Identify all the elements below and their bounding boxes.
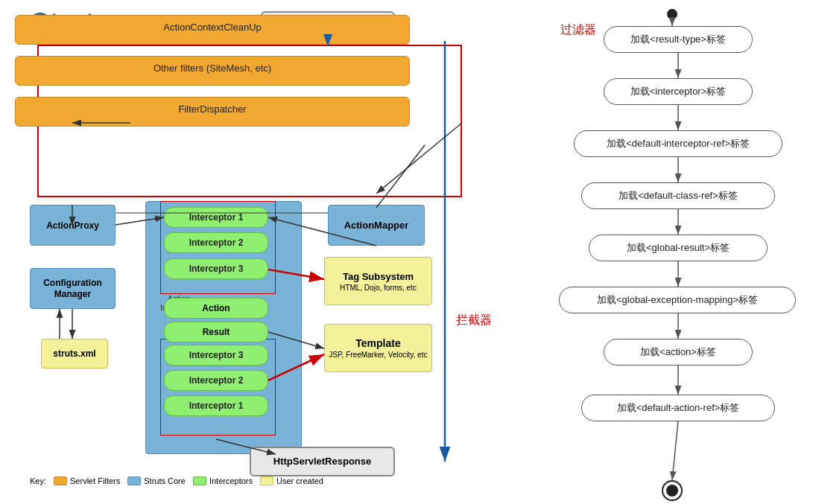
legend-user-label: User created bbox=[276, 476, 323, 485]
http-response-box: HttpServletResponse bbox=[250, 447, 395, 476]
actionmapper-box: ActionMapper bbox=[328, 205, 425, 246]
interceptor3-top: Interceptor 3 bbox=[164, 258, 268, 279]
legend-servlet: Servlet Filters bbox=[54, 476, 120, 485]
legend: Key: Servlet Filters Struts Core Interce… bbox=[30, 476, 323, 485]
legend-user: User created bbox=[260, 476, 323, 485]
flow-node-7: 加载<action>标签 bbox=[604, 339, 753, 366]
actionproxy-box: ActionProxy bbox=[30, 205, 116, 246]
flow-node-8: 加载<default-action-ref>标签 bbox=[581, 395, 775, 421]
action-bar: Action bbox=[164, 298, 268, 319]
interceptor-label: 拦截器 bbox=[456, 313, 492, 328]
legend-interceptors-label: Interceptors bbox=[209, 476, 253, 485]
interceptor3-bottom: Interceptor 3 bbox=[164, 345, 268, 366]
interceptor2-top: Interceptor 2 bbox=[164, 232, 268, 253]
flow-end bbox=[662, 480, 683, 501]
flow-node-1: 加载<result-type>标签 bbox=[604, 26, 753, 53]
tag-subsystem-box: Tag Subsystem HTML, Dojo, forms, etc bbox=[324, 257, 432, 305]
actioncontext-bar: ActionContextCleanUp bbox=[15, 15, 410, 45]
interceptor1-bottom: Interceptor 1 bbox=[164, 395, 268, 416]
otherfilters-bar: Other filters (SiteMesh, etc) bbox=[15, 56, 410, 86]
config-manager-box: ConfigurationManager bbox=[30, 268, 116, 309]
interceptor2-bottom: Interceptor 2 bbox=[164, 370, 268, 391]
flow-node-6: 加载<global-exception-mapping>标签 bbox=[559, 287, 796, 313]
result-bar: Result bbox=[164, 322, 268, 342]
flow-container: 加载<result-type>标签 加载<interceptor>标签 加载<d… bbox=[544, 0, 813, 504]
legend-struts: Struts Core bbox=[127, 476, 186, 485]
key-label: Key: bbox=[30, 476, 46, 485]
filterdispatcher-bar: FilterDispatcher bbox=[15, 97, 410, 127]
left-diagram: Struts HttpServletRequest 过滤器 ActionCont… bbox=[0, 0, 537, 504]
right-diagram: 加载<result-type>标签 加载<interceptor>标签 加载<d… bbox=[544, 0, 813, 504]
svg-line-30 bbox=[672, 421, 678, 480]
flow-node-4: 加载<default-class-ref>标签 bbox=[581, 182, 775, 209]
flow-node-2: 加载<interceptor>标签 bbox=[604, 78, 753, 105]
legend-struts-label: Struts Core bbox=[144, 476, 186, 485]
template-box: Template JSP, FreeMarker, Velocity, etc bbox=[324, 324, 432, 372]
flow-node-5: 加载<global-result>标签 bbox=[589, 235, 768, 261]
strutsxml-box: struts.xml bbox=[41, 339, 108, 369]
legend-servlet-label: Servlet Filters bbox=[70, 476, 120, 485]
legend-interceptors: Interceptors bbox=[193, 476, 253, 485]
flow-node-3: 加载<default-interceptor-ref>标签 bbox=[574, 130, 782, 157]
interceptor1-top: Interceptor 1 bbox=[164, 207, 268, 228]
flow-start bbox=[667, 9, 677, 19]
